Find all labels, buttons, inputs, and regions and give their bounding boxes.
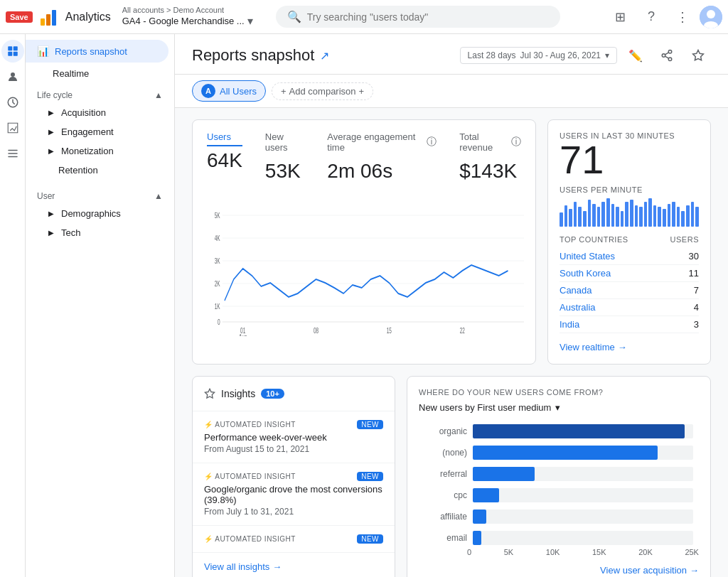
save-button[interactable]: Save <box>6 11 33 23</box>
svg-rect-0 <box>41 18 45 26</box>
bar-track <box>473 467 693 481</box>
country-name: United States <box>560 251 615 261</box>
realtime-count: 71 <box>560 140 699 180</box>
bar-label: (none) <box>424 448 467 458</box>
insight-type: ⚡ AUTOMATED INSIGHT New <box>204 420 383 429</box>
nav-icon-reports[interactable] <box>1 40 24 63</box>
sidebar-item-demographics[interactable]: ▶ Demographics <box>26 204 174 223</box>
nav-icon-home[interactable] <box>1 65 24 88</box>
insight-date: From July 1 to 31, 2021 <box>204 507 383 517</box>
sidebar-section-lifecycle[interactable]: Life cycle ▲ <box>26 85 174 103</box>
apps-icon-button[interactable]: ⊞ <box>606 3 634 31</box>
bar-row: referral <box>424 467 693 481</box>
country-row[interactable]: Australia4 <box>560 299 699 316</box>
sidebar-item-retention[interactable]: Retention <box>26 161 174 180</box>
search-input[interactable] <box>307 11 549 23</box>
arrow-right-icon: → <box>272 561 282 572</box>
bar-label: organic <box>424 426 467 436</box>
bar-fill <box>473 531 481 545</box>
country-count: 4 <box>694 302 699 313</box>
insights-star-icon[interactable] <box>685 43 711 68</box>
engagement-value: 2m 06s <box>327 160 437 183</box>
x-axis-label: 20K <box>638 548 653 556</box>
where-users-title: WHERE DO YOUR NEW USERS COME FROM? <box>419 388 699 397</box>
user-avatar[interactable] <box>700 6 722 28</box>
insights-icon <box>204 388 215 399</box>
triangle-icon: ▶ <box>48 147 54 155</box>
help-icon-button[interactable]: ? <box>637 3 665 31</box>
insight-title: Performance week-over-week <box>204 432 383 443</box>
sidebar-section-user[interactable]: User ▲ <box>26 185 174 204</box>
bar-row: organic <box>424 424 693 438</box>
acquisition-label: Acquisition <box>61 107 106 118</box>
account-selector[interactable]: GA4 - Google Merchandise ... ▾ <box>122 14 253 28</box>
more-options-button[interactable]: ⋮ <box>668 3 697 31</box>
plus-icon: + <box>281 86 287 97</box>
edit-icon[interactable]: ✏️ <box>623 43 648 68</box>
share-icon[interactable] <box>654 43 680 68</box>
breadcrumb: All accounts > Demo Account <box>122 6 250 14</box>
mini-bar <box>630 200 633 227</box>
mini-bar <box>691 202 695 227</box>
all-users-label: All Users <box>220 86 257 97</box>
sidebar-item-acquisition[interactable]: ▶ Acquisition <box>26 103 174 122</box>
where-users-card: WHERE DO YOUR NEW USERS COME FROM? New u… <box>407 376 711 577</box>
triangle-icon: ▶ <box>48 109 54 117</box>
bar-fill <box>473 509 486 524</box>
country-row[interactable]: India3 <box>560 316 699 333</box>
insight-type: ⚡ AUTOMATED INSIGHT New <box>204 534 383 544</box>
view-all-insights-link[interactable]: View all insights → <box>193 553 395 577</box>
new-badge: New <box>357 420 383 429</box>
sidebar-item-engagement[interactable]: ▶ Engagement <box>26 122 174 141</box>
insight-item[interactable]: ⚡ AUTOMATED INSIGHT New <box>193 526 395 553</box>
search-icon: 🔍 <box>287 10 301 23</box>
bar-fill <box>473 467 535 481</box>
nav-icon-explore[interactable] <box>1 142 24 165</box>
bar-label: email <box>424 533 467 543</box>
svg-rect-14 <box>8 156 18 158</box>
date-range-picker[interactable]: Last 28 days Jul 30 - Aug 26, 2021 ▾ <box>460 47 617 64</box>
bar-label: affiliate <box>424 512 467 522</box>
revenue-info-icon[interactable]: ⓘ <box>511 136 521 149</box>
dashboard: Users 64K New users 53K Average engageme… <box>175 108 728 577</box>
add-comparison-button[interactable]: + Add comparison + <box>272 82 373 100</box>
nav-icon-realtime[interactable] <box>1 91 24 114</box>
bottom-row: Insights 10+ ⚡ AUTOMATED INSIGHT New Per… <box>192 376 711 577</box>
mini-bar <box>564 205 568 227</box>
mini-bar <box>644 202 648 227</box>
mini-bar <box>560 212 563 227</box>
all-users-tag[interactable]: A All Users <box>192 80 266 102</box>
mini-bars-chart <box>560 198 699 227</box>
insight-item[interactable]: ⚡ AUTOMATED INSIGHT New Performance week… <box>193 411 395 463</box>
engagement-label: Average engagement time ⓘ <box>327 131 437 157</box>
sidebar-item-monetization[interactable]: ▶ Monetization <box>26 141 174 161</box>
country-name: South Korea <box>560 268 611 279</box>
nav-icon-strip <box>0 34 26 577</box>
add-comparison-plus-icon: + <box>359 86 365 97</box>
country-row[interactable]: United States30 <box>560 248 699 265</box>
view-acquisition-link[interactable]: View user acquisition → <box>419 565 699 576</box>
sidebar-item-reports-snapshot[interactable]: 📊 Reports snapshot <box>26 40 168 63</box>
engagement-info-icon[interactable]: ⓘ <box>427 136 437 149</box>
country-row[interactable]: Canada7 <box>560 282 699 299</box>
page-header: Reports snapshot ↗ Last 28 days Jul 30 -… <box>175 34 728 75</box>
mini-bar <box>625 202 628 227</box>
sidebar-item-tech[interactable]: ▶ Tech <box>26 223 174 242</box>
svg-point-15 <box>668 50 672 54</box>
users-label: Users <box>207 131 242 146</box>
insight-type-label: ⚡ AUTOMATED INSIGHT <box>204 535 296 543</box>
chart-title-row[interactable]: New users by First user medium ▾ <box>419 402 699 413</box>
view-realtime-link[interactable]: View realtime → <box>560 342 699 352</box>
country-row[interactable]: South Korea11 <box>560 265 699 282</box>
realtime-card: USERS IN LAST 30 MINUTES 71 USERS PER MI… <box>547 119 711 365</box>
date-chevron-icon: ▾ <box>605 50 609 60</box>
bar-row: email <box>424 531 693 545</box>
revenue-label: Total revenue ⓘ <box>459 131 521 157</box>
insight-item[interactable]: ⚡ AUTOMATED INSIGHT New Google/organic d… <box>193 463 395 526</box>
sidebar-item-realtime[interactable]: Realtime <box>26 63 168 85</box>
nav-icon-lifecycle[interactable] <box>1 117 24 139</box>
svg-rect-12 <box>8 150 18 151</box>
insight-type-label: ⚡ AUTOMATED INSIGHT <box>204 421 296 428</box>
metric-new-users: New users 53K <box>265 131 305 183</box>
search-bar[interactable]: 🔍 <box>276 6 560 28</box>
